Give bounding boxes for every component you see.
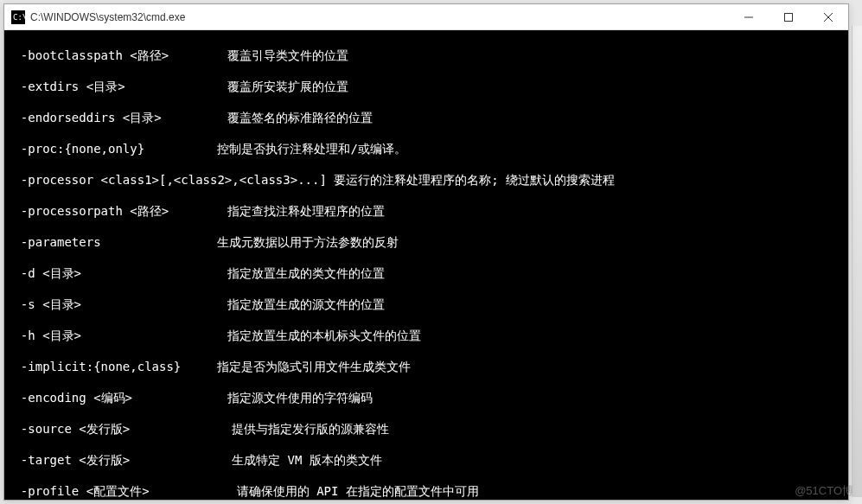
window-title: C:\WINDOWS\system32\cmd.exe: [30, 11, 729, 23]
output-line: -encoding <编码> 指定源文件使用的字符编码: [6, 390, 846, 405]
output-line: -implicit:{none,class} 指定是否为隐式引用文件生成类文件: [6, 359, 846, 374]
output-line: -s <目录> 指定放置生成的源文件的位置: [6, 297, 846, 312]
close-button[interactable]: [808, 4, 848, 30]
output-line: -profile <配置文件> 请确保使用的 API 在指定的配置文件中可用: [6, 483, 846, 499]
output-line: -proc:{none,only} 控制是否执行注释处理和/或编译。: [6, 141, 846, 156]
output-line: -endorseddirs <目录> 覆盖签名的标准路径的位置: [6, 110, 846, 125]
maximize-button[interactable]: [769, 4, 808, 30]
cmd-window: C:\ C:\WINDOWS\system32\cmd.exe -bootcla…: [3, 3, 849, 501]
output-line: -source <发行版> 提供与指定发行版的源兼容性: [6, 421, 846, 437]
output-line: -d <目录> 指定放置生成的类文件的位置: [6, 265, 846, 281]
svg-rect-3: [785, 13, 793, 21]
output-line: -target <发行版> 生成特定 VM 版本的类文件: [6, 452, 846, 468]
titlebar[interactable]: C:\ C:\WINDOWS\system32\cmd.exe: [4, 4, 848, 30]
output-line: -bootclasspath <路径> 覆盖引导类文件的位置: [6, 48, 846, 63]
minimize-button[interactable]: [729, 4, 769, 30]
background-scrollbar: [852, 26, 862, 497]
output-line: -processor <class1>[,<class2>,<class3>..…: [6, 172, 846, 188]
window-controls: [729, 4, 848, 30]
output-line: -parameters 生成元数据以用于方法参数的反射: [6, 234, 846, 250]
output-line: -extdirs <目录> 覆盖所安装扩展的位置: [6, 79, 846, 94]
output-line: -processorpath <路径> 指定查找注释处理程序的位置: [6, 203, 846, 219]
terminal-content[interactable]: -bootclasspath <路径> 覆盖引导类文件的位置 -extdirs …: [4, 30, 848, 500]
watermark: @51CTO博: [795, 483, 853, 499]
cmd-icon: C:\: [11, 10, 25, 24]
svg-text:C:\: C:\: [13, 13, 25, 22]
output-line: -h <目录> 指定放置生成的本机标头文件的位置: [6, 328, 846, 343]
